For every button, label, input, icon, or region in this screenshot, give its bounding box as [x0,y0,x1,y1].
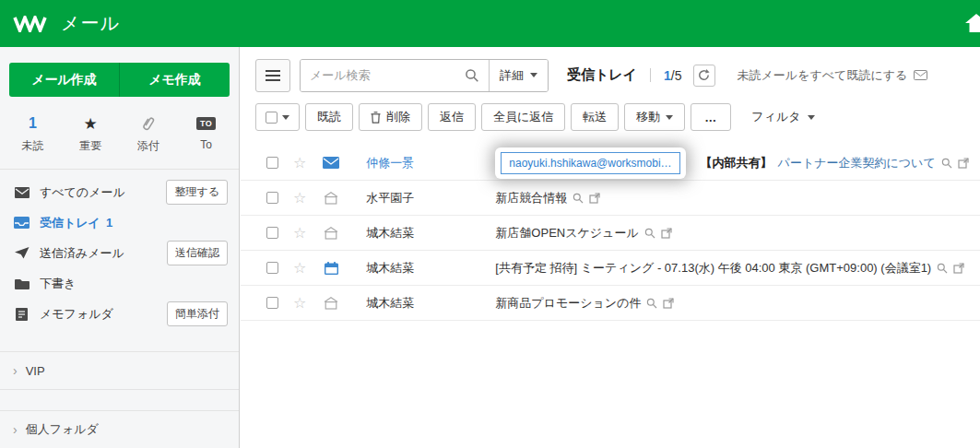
mail-subject: 新店競合情報 [495,190,600,206]
open-new-window-icon[interactable] [661,228,672,239]
preview-search-icon[interactable] [573,193,584,204]
brand-logo[interactable]: メール [13,11,120,36]
send-confirm-button[interactable]: 送信確認 [167,241,228,265]
star-toggle-icon[interactable]: ☆ [293,261,306,276]
quick-filter-important[interactable]: ★ 重要 [62,113,120,154]
search-input[interactable] [301,60,455,91]
chevron-right-icon: › [13,422,18,437]
works-logo-icon [13,16,52,32]
move-label: 移動 [636,109,660,125]
delete-button[interactable]: 削除 [359,103,422,131]
preview-search-icon[interactable] [644,228,655,239]
read-mail-icon [322,297,340,310]
chevron-down-icon [666,115,673,120]
mail-row[interactable]: ☆ 城木結菜 新商品プロモーションの件 [241,286,980,321]
mail-search-box: 詳細 [300,59,549,92]
sidebar-item-inbox[interactable]: 受信トレイ 1 [0,207,239,238]
reply-button[interactable]: 返信 [428,103,476,131]
subject-link[interactable]: [共有予定 招待] ミーティング - 07.13(水) 午後 04:00 東京 … [495,260,931,277]
preview-search-icon[interactable] [646,298,657,309]
hamburger-icon [266,70,280,72]
home-icon[interactable] [963,12,980,38]
row-checkbox[interactable] [266,157,278,169]
folder-title: 受信トレイ [567,66,637,84]
row-checkbox[interactable] [266,297,278,309]
mark-all-read-link[interactable]: 未読メールをすべて既読にする [738,67,928,84]
memo-icon [13,308,30,321]
star-toggle-icon[interactable]: ☆ [293,156,306,171]
all-mail-icon [13,187,30,198]
preview-search-icon[interactable] [937,263,948,274]
search-detail-dropdown[interactable]: 詳細 [489,60,548,91]
reply-all-button[interactable]: 全員に返信 [481,103,565,131]
email-address-chip[interactable]: naoyuki.hshikawa@worksmobi… [501,152,679,174]
mail-sender[interactable]: 城木結菜 [366,260,495,277]
mail-sender[interactable]: 城木結菜 [366,295,495,312]
mail-subject: 新店舗OPENスケジュール [495,225,671,242]
folder-list: すべてのメール 整理する 受信トレイ 1 送信済みメール 送信確認 下書き [0,177,239,329]
compose-mail-button[interactable]: メール作成 [9,63,120,97]
mail-row[interactable]: ☆ 城木結菜 [共有予定 招待] ミーティング - 07.13(水) 午後 04… [241,251,980,286]
compose-memo-button[interactable]: メモ作成 [120,63,230,97]
chevron-down-icon [282,115,289,120]
sidebar-item-sent[interactable]: 送信済みメール 送信確認 [0,238,239,268]
row-checkbox[interactable] [266,262,278,274]
subject-link[interactable]: 新商品プロモーションの件 [495,295,641,312]
list-menu-button[interactable] [255,59,290,92]
mail-sender[interactable]: 仲條一景 [366,155,495,171]
important-label: 重要 [62,138,120,154]
quick-filter-unread[interactable]: 1 未読 [4,113,62,154]
app-title: メール [61,11,120,36]
organize-button[interactable]: 整理する [166,180,228,205]
preview-search-icon[interactable] [941,158,952,169]
star-toggle-icon[interactable]: ☆ [293,226,306,241]
more-actions-button[interactable]: … [691,103,731,131]
page-current: 1 [664,68,671,83]
delete-label: 削除 [386,109,410,125]
row-checkbox[interactable] [266,192,278,204]
page-total: 5 [675,68,682,83]
open-new-window-icon[interactable] [958,158,969,169]
search-button[interactable] [455,60,489,91]
more-dots-icon: … [704,111,717,124]
move-dropdown[interactable]: 移動 [624,103,685,131]
open-new-window-icon[interactable] [589,193,600,204]
select-all-dropdown[interactable] [255,103,300,131]
to-label: To [177,138,235,151]
memo-folder-label: メモフォルダ [40,306,113,323]
subject-link[interactable]: 新店舗OPENスケジュール [495,225,638,242]
star-toggle-icon[interactable]: ☆ [293,296,306,311]
toolbar-actions: 既読 削除 返信 全員に返信 転送 移動 … フィルタ [255,103,980,131]
subject-link[interactable]: パートナー企業契約について [778,155,936,171]
sidebar-item-drafts[interactable]: 下書き [0,268,239,299]
refresh-icon [698,69,710,81]
trash-icon [371,112,381,124]
open-new-window-icon[interactable] [663,298,674,309]
subject-link[interactable]: 新店競合情報 [495,190,567,206]
mail-sender[interactable]: 城木結菜 [366,225,495,242]
select-all-checkbox[interactable] [266,112,277,124]
search-icon [465,68,479,83]
drafts-folder-icon [13,278,30,289]
star-toggle-icon[interactable]: ☆ [293,191,306,206]
forward-button[interactable]: 転送 [571,103,619,131]
mail-sender[interactable]: 水平園子 [366,190,495,206]
open-new-window-icon[interactable] [953,263,964,274]
sidebar-item-all-mail[interactable]: すべてのメール 整理する [0,177,239,207]
sidebar-item-personal-folder[interactable]: › 個人フォルダ [0,410,239,448]
mail-row[interactable]: ☆ 水平園子 新店競合情報 [241,181,980,216]
mark-read-button[interactable]: 既読 [305,103,353,131]
mail-row[interactable]: ☆ 仲條一景 naoyuki.hshikawa@worksmobi… 【内部共有… [241,146,980,181]
personal-folder-label: 個人フォルダ [26,421,99,438]
sidebar-item-vip[interactable]: › VIP [0,351,239,390]
quick-filter-attachment[interactable]: 添付 [120,113,178,154]
refresh-button[interactable] [693,65,715,87]
sidebar-item-memo-folder[interactable]: メモフォルダ 簡単添付 [0,299,239,329]
read-mail-icon [322,192,340,205]
filter-dropdown[interactable]: フィルタ [751,109,814,125]
to-badge-icon: TO [196,117,216,130]
easy-attach-button[interactable]: 簡単添付 [167,301,228,326]
row-checkbox[interactable] [266,227,278,239]
mail-row[interactable]: ☆ 城木結菜 新店舗OPENスケジュール [241,216,980,251]
quick-filter-to[interactable]: TO To [177,113,235,154]
